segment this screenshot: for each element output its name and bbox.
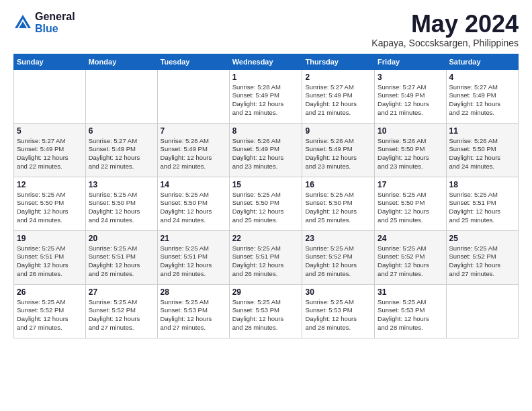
calendar-cell — [14, 69, 86, 123]
calendar-cell: 16Sunrise: 5:25 AM Sunset: 5:50 PM Dayli… — [302, 177, 375, 230]
calendar-cell: 26Sunrise: 5:25 AM Sunset: 5:52 PM Dayli… — [14, 284, 86, 338]
day-number: 7 — [161, 126, 226, 136]
day-info: Sunrise: 5:25 AM Sunset: 5:50 PM Dayligh… — [17, 191, 83, 225]
weekday-row: SundayMondayTuesdayWednesdayThursdayFrid… — [14, 54, 519, 69]
calendar-cell — [157, 69, 229, 123]
day-info: Sunrise: 5:25 AM Sunset: 5:51 PM Dayligh… — [161, 244, 226, 279]
day-info: Sunrise: 5:25 AM Sunset: 5:50 PM Dayligh… — [305, 191, 371, 225]
calendar-cell: 19Sunrise: 5:25 AM Sunset: 5:51 PM Dayli… — [14, 230, 86, 284]
day-number: 27 — [89, 287, 154, 297]
logo-text: General Blue — [35, 11, 75, 34]
day-number: 19 — [17, 234, 83, 243]
calendar-cell: 21Sunrise: 5:25 AM Sunset: 5:51 PM Dayli… — [157, 230, 229, 284]
calendar-body: 1Sunrise: 5:28 AM Sunset: 5:49 PM Daylig… — [14, 69, 519, 338]
calendar-cell: 6Sunrise: 5:27 AM Sunset: 5:49 PM Daylig… — [85, 123, 157, 177]
calendar-cell: 2Sunrise: 5:27 AM Sunset: 5:49 PM Daylig… — [302, 69, 375, 123]
day-info: Sunrise: 5:26 AM Sunset: 5:49 PM Dayligh… — [232, 137, 300, 171]
day-info: Sunrise: 5:27 AM Sunset: 5:49 PM Dayligh… — [305, 83, 371, 118]
title-block: May 2024 Kapaya, Soccsksargen, Philippin… — [371, 11, 519, 48]
logo: General Blue — [13, 11, 75, 34]
calendar-cell: 15Sunrise: 5:25 AM Sunset: 5:50 PM Dayli… — [229, 177, 302, 230]
day-info: Sunrise: 5:25 AM Sunset: 5:51 PM Dayligh… — [232, 244, 300, 279]
day-info: Sunrise: 5:25 AM Sunset: 5:52 PM Dayligh… — [449, 244, 515, 279]
calendar-cell: 22Sunrise: 5:25 AM Sunset: 5:51 PM Dayli… — [229, 230, 302, 284]
calendar-cell: 30Sunrise: 5:25 AM Sunset: 5:53 PM Dayli… — [302, 284, 375, 338]
week-row-2: 12Sunrise: 5:25 AM Sunset: 5:50 PM Dayli… — [14, 177, 519, 230]
day-info: Sunrise: 5:25 AM Sunset: 5:52 PM Dayligh… — [89, 298, 154, 332]
calendar-cell: 10Sunrise: 5:26 AM Sunset: 5:50 PM Dayli… — [375, 123, 446, 177]
calendar-cell: 29Sunrise: 5:25 AM Sunset: 5:53 PM Dayli… — [229, 284, 302, 338]
day-number: 28 — [161, 287, 226, 297]
calendar-header: SundayMondayTuesdayWednesdayThursdayFrid… — [14, 54, 519, 69]
weekday-header-thursday: Thursday — [302, 54, 375, 69]
day-number: 3 — [378, 73, 443, 82]
calendar-cell: 20Sunrise: 5:25 AM Sunset: 5:51 PM Dayli… — [85, 230, 157, 284]
day-number: 2 — [305, 73, 371, 82]
day-number: 24 — [378, 234, 443, 243]
weekday-header-sunday: Sunday — [14, 54, 86, 69]
weekday-header-wednesday: Wednesday — [229, 54, 302, 69]
day-number: 20 — [89, 234, 154, 243]
day-info: Sunrise: 5:28 AM Sunset: 5:49 PM Dayligh… — [232, 83, 300, 118]
calendar-cell: 14Sunrise: 5:25 AM Sunset: 5:50 PM Dayli… — [157, 177, 229, 230]
day-number: 30 — [305, 287, 371, 297]
calendar-cell: 12Sunrise: 5:25 AM Sunset: 5:50 PM Dayli… — [14, 177, 86, 230]
day-number: 4 — [449, 73, 515, 82]
day-number: 13 — [89, 180, 154, 189]
day-number: 25 — [449, 234, 515, 243]
day-number: 26 — [17, 287, 83, 297]
location-subtitle: Kapaya, Soccsksargen, Philippines — [371, 38, 519, 48]
calendar-cell: 25Sunrise: 5:25 AM Sunset: 5:52 PM Dayli… — [446, 230, 518, 284]
day-info: Sunrise: 5:27 AM Sunset: 5:49 PM Dayligh… — [17, 137, 83, 171]
day-number: 8 — [232, 126, 300, 136]
day-number: 22 — [232, 234, 300, 243]
day-info: Sunrise: 5:25 AM Sunset: 5:53 PM Dayligh… — [161, 298, 226, 332]
day-info: Sunrise: 5:25 AM Sunset: 5:53 PM Dayligh… — [305, 298, 371, 332]
day-info: Sunrise: 5:25 AM Sunset: 5:51 PM Dayligh… — [89, 244, 154, 279]
day-info: Sunrise: 5:27 AM Sunset: 5:49 PM Dayligh… — [378, 83, 443, 118]
calendar-cell — [85, 69, 157, 123]
day-number: 12 — [17, 180, 83, 189]
day-info: Sunrise: 5:25 AM Sunset: 5:53 PM Dayligh… — [232, 298, 300, 332]
day-number: 31 — [378, 287, 443, 297]
page: General Blue May 2024 Kapaya, Soccsksarg… — [0, 0, 532, 411]
day-info: Sunrise: 5:25 AM Sunset: 5:51 PM Dayligh… — [449, 191, 515, 225]
calendar: SundayMondayTuesdayWednesdayThursdayFrid… — [13, 54, 519, 338]
logo-icon — [13, 13, 32, 32]
day-info: Sunrise: 5:27 AM Sunset: 5:49 PM Dayligh… — [89, 137, 154, 171]
month-title: May 2024 — [371, 11, 519, 38]
week-row-4: 26Sunrise: 5:25 AM Sunset: 5:52 PM Dayli… — [14, 284, 519, 338]
day-info: Sunrise: 5:27 AM Sunset: 5:49 PM Dayligh… — [449, 83, 515, 118]
day-number: 15 — [232, 180, 300, 189]
day-info: Sunrise: 5:25 AM Sunset: 5:53 PM Dayligh… — [378, 298, 443, 332]
header: General Blue May 2024 Kapaya, Soccsksarg… — [13, 11, 519, 48]
day-number: 23 — [305, 234, 371, 243]
calendar-cell: 11Sunrise: 5:26 AM Sunset: 5:50 PM Dayli… — [446, 123, 518, 177]
calendar-cell: 9Sunrise: 5:26 AM Sunset: 5:49 PM Daylig… — [302, 123, 375, 177]
weekday-header-saturday: Saturday — [446, 54, 518, 69]
weekday-header-tuesday: Tuesday — [157, 54, 229, 69]
day-info: Sunrise: 5:26 AM Sunset: 5:50 PM Dayligh… — [449, 137, 515, 171]
calendar-cell — [446, 284, 518, 338]
calendar-cell: 31Sunrise: 5:25 AM Sunset: 5:53 PM Dayli… — [375, 284, 446, 338]
logo-general: General — [35, 11, 75, 23]
calendar-cell: 4Sunrise: 5:27 AM Sunset: 5:49 PM Daylig… — [446, 69, 518, 123]
week-row-0: 1Sunrise: 5:28 AM Sunset: 5:49 PM Daylig… — [14, 69, 519, 123]
day-info: Sunrise: 5:26 AM Sunset: 5:49 PM Dayligh… — [305, 137, 371, 171]
day-number: 10 — [378, 126, 443, 136]
calendar-cell: 13Sunrise: 5:25 AM Sunset: 5:50 PM Dayli… — [85, 177, 157, 230]
day-info: Sunrise: 5:25 AM Sunset: 5:52 PM Dayligh… — [378, 244, 443, 279]
day-info: Sunrise: 5:26 AM Sunset: 5:50 PM Dayligh… — [378, 137, 443, 171]
day-info: Sunrise: 5:25 AM Sunset: 5:50 PM Dayligh… — [89, 191, 154, 225]
calendar-cell: 1Sunrise: 5:28 AM Sunset: 5:49 PM Daylig… — [229, 69, 302, 123]
day-number: 18 — [449, 180, 515, 189]
day-info: Sunrise: 5:25 AM Sunset: 5:52 PM Dayligh… — [305, 244, 371, 279]
calendar-cell: 8Sunrise: 5:26 AM Sunset: 5:49 PM Daylig… — [229, 123, 302, 177]
weekday-header-friday: Friday — [375, 54, 446, 69]
week-row-3: 19Sunrise: 5:25 AM Sunset: 5:51 PM Dayli… — [14, 230, 519, 284]
calendar-cell: 18Sunrise: 5:25 AM Sunset: 5:51 PM Dayli… — [446, 177, 518, 230]
day-number: 5 — [17, 126, 83, 136]
day-number: 21 — [161, 234, 226, 243]
calendar-cell: 3Sunrise: 5:27 AM Sunset: 5:49 PM Daylig… — [375, 69, 446, 123]
calendar-cell: 5Sunrise: 5:27 AM Sunset: 5:49 PM Daylig… — [14, 123, 86, 177]
